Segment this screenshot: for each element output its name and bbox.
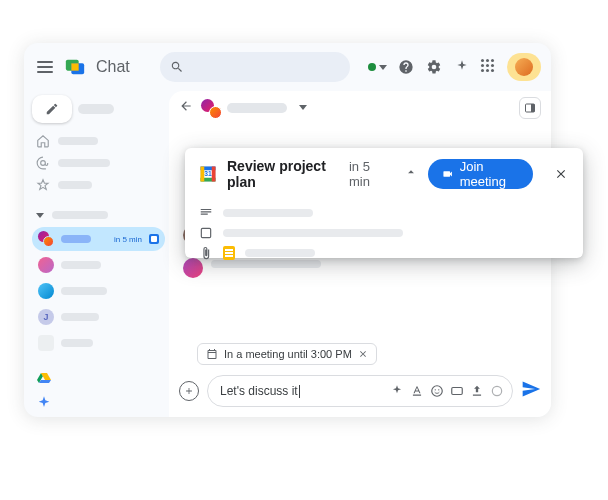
upload-icon[interactable]	[470, 384, 484, 398]
plus-icon	[184, 386, 194, 396]
send-button[interactable]	[521, 379, 541, 403]
group-avatar	[38, 231, 54, 247]
top-right-controls	[368, 53, 541, 81]
chat-logo	[64, 56, 86, 78]
side-panel-toggle[interactable]	[519, 97, 541, 119]
slides-icon	[223, 246, 235, 260]
close-icon	[554, 167, 568, 181]
sidebar: in 5 min J	[24, 91, 169, 417]
main-menu-button[interactable]	[34, 56, 56, 78]
svg-rect-16	[201, 228, 210, 237]
help-icon	[398, 59, 414, 75]
attachment-icon	[199, 246, 213, 260]
meeting-description-row	[199, 206, 569, 220]
bot-avatar	[38, 335, 54, 351]
close-button[interactable]	[551, 162, 571, 186]
meeting-reminder-card: 31 Review project plan in 5 min Join mee…	[185, 148, 583, 258]
calendar-icon	[149, 234, 159, 244]
nav-starred[interactable]	[32, 175, 165, 195]
product-name: Chat	[96, 58, 130, 76]
svg-rect-2	[71, 63, 78, 70]
gif-icon[interactable]	[450, 384, 464, 398]
status-picker[interactable]	[368, 63, 387, 71]
active-status-icon	[368, 63, 376, 71]
gemini-button[interactable]	[453, 58, 471, 76]
conversation-header	[169, 91, 551, 125]
conversation-item[interactable]: J	[32, 305, 165, 329]
sparkle-icon[interactable]	[390, 384, 404, 398]
text-format-icon[interactable]	[410, 384, 424, 398]
help-button[interactable]	[397, 58, 415, 76]
placeholder-bar	[227, 103, 287, 113]
description-icon	[199, 206, 213, 220]
chevron-down-icon	[379, 65, 387, 70]
nav-home[interactable]	[32, 131, 165, 151]
placeholder-bar	[58, 137, 98, 145]
conversation-item[interactable]	[32, 331, 165, 355]
chevron-down-icon[interactable]	[299, 105, 307, 110]
status-chip[interactable]: In a meeting until 3:00 PM	[197, 343, 377, 365]
section-toggle[interactable]	[32, 205, 165, 225]
panel-icon	[524, 102, 536, 114]
svg-text:31: 31	[204, 170, 212, 177]
message-input[interactable]: Let's discuss it	[207, 375, 513, 407]
join-meeting-button[interactable]: Join meeting	[428, 159, 533, 189]
video-icon[interactable]	[490, 384, 504, 398]
placeholder-bar	[61, 235, 91, 243]
meeting-title: Review project plan	[227, 158, 335, 190]
conversation-item[interactable]	[32, 279, 165, 303]
placeholder-bar	[61, 287, 107, 295]
svg-point-7	[438, 389, 439, 390]
location-icon	[199, 226, 213, 240]
google-calendar-icon: 31	[199, 165, 217, 183]
back-button[interactable]	[179, 99, 193, 117]
add-attachment-button[interactable]	[179, 381, 199, 401]
placeholder-bar	[223, 209, 313, 217]
status-text: In a meeting until 3:00 PM	[224, 348, 352, 360]
conversation-item-selected[interactable]: in 5 min	[32, 227, 165, 251]
meeting-time-badge: in 5 min	[114, 235, 142, 244]
svg-rect-8	[452, 388, 463, 395]
collapse-button[interactable]	[404, 165, 418, 183]
settings-button[interactable]	[425, 58, 443, 76]
conversation-item[interactable]	[32, 253, 165, 277]
group-avatar	[201, 99, 219, 117]
svg-rect-4	[531, 104, 535, 112]
search-icon	[170, 60, 184, 74]
nav-mentions[interactable]	[32, 153, 165, 173]
svg-point-6	[435, 389, 436, 390]
meeting-attachment-row[interactable]	[199, 246, 569, 260]
placeholder-bar	[58, 159, 110, 167]
placeholder-bar	[245, 249, 315, 257]
arrow-left-icon	[179, 99, 193, 113]
close-icon[interactable]	[358, 349, 368, 359]
placeholder-bar	[61, 339, 93, 347]
apps-launcher[interactable]	[481, 59, 497, 75]
placeholder-bar	[61, 261, 101, 269]
svg-point-5	[432, 386, 443, 397]
new-chat-button[interactable]	[32, 95, 72, 123]
drive-icon[interactable]	[36, 371, 52, 387]
sparkle-icon	[454, 59, 470, 75]
gear-icon	[426, 59, 442, 75]
placeholder-bar	[58, 181, 92, 189]
draft-text: Let's discuss it	[220, 384, 384, 398]
meeting-time: in 5 min	[349, 159, 386, 189]
svg-point-9	[492, 386, 501, 395]
avatar	[38, 283, 54, 299]
calendar-icon	[206, 348, 218, 360]
emoji-icon[interactable]	[430, 384, 444, 398]
search-input[interactable]	[160, 52, 350, 82]
video-camera-icon	[442, 167, 453, 181]
avatar: J	[38, 309, 54, 325]
gemini-icon[interactable]	[36, 395, 52, 411]
account-button[interactable]	[507, 53, 541, 81]
placeholder-bar	[78, 104, 114, 114]
avatar	[38, 257, 54, 273]
placeholder-bar	[61, 313, 99, 321]
compose-area: Let's discuss it	[169, 371, 551, 417]
send-icon	[521, 379, 541, 399]
home-icon	[36, 134, 50, 148]
placeholder-bar	[223, 229, 403, 237]
meeting-location-row	[199, 226, 569, 240]
